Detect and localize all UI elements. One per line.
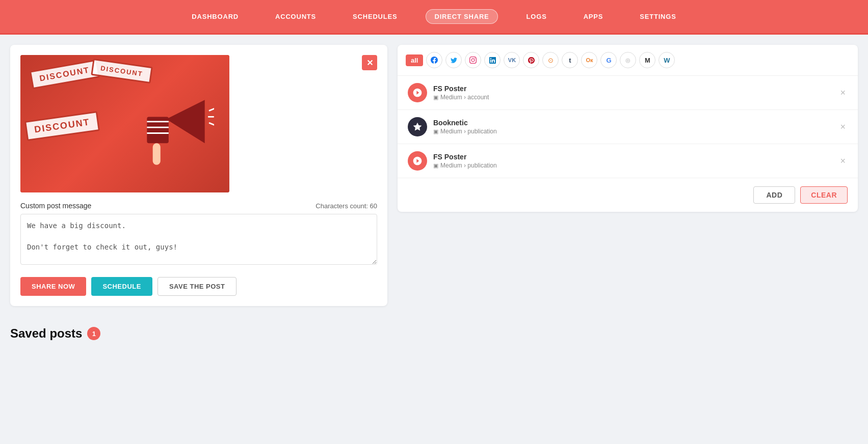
- account-name-fsposter-2: FS Poster: [433, 153, 838, 161]
- megaphone-icon: [148, 75, 214, 157]
- remove-account-fsposter-2[interactable]: ×: [838, 154, 848, 168]
- schedule-button[interactable]: SCHEDULE: [91, 277, 152, 296]
- main-content: ✕ DISCOUNT DISCOUNT DISCOUNT: [0, 35, 868, 316]
- avatar-fsposter-2: [408, 151, 427, 171]
- account-row-fsposter-2: FS Poster ▣ Medium › publication ×: [398, 144, 858, 178]
- account-info-fsposter-1: FS Poster ▣ Medium › account: [433, 85, 838, 101]
- post-image: DISCOUNT DISCOUNT DISCOUNT: [20, 55, 229, 192]
- svg-rect-1: [147, 117, 169, 143]
- avatar-fsposter-1: [408, 83, 427, 102]
- account-meta-booknetic: ▣ Medium › publication: [433, 128, 838, 135]
- tab-google[interactable]: G: [600, 52, 617, 68]
- tab-instagram[interactable]: [465, 52, 481, 68]
- stamp-discount-1: DISCOUNT: [30, 60, 100, 90]
- post-message-header: Custom post message Characters count: 60: [20, 202, 377, 210]
- close-button[interactable]: ✕: [362, 55, 377, 70]
- right-panel: all VK ⊙ t: [398, 45, 858, 212]
- tab-linkedin[interactable]: [484, 52, 501, 68]
- tab-wordpress[interactable]: W: [659, 52, 675, 68]
- post-textarea[interactable]: We have a big discount. Don't forget to …: [20, 214, 377, 265]
- remove-account-booknetic[interactable]: ×: [838, 120, 848, 133]
- stamp-discount-2: DISCOUNT: [91, 59, 152, 84]
- remove-account-fsposter-1[interactable]: ×: [838, 86, 848, 99]
- avatar-booknetic: [408, 117, 427, 136]
- tab-tumblr[interactable]: t: [562, 52, 578, 68]
- nav-logs[interactable]: LOGS: [518, 10, 555, 23]
- nav-apps[interactable]: APPS: [575, 10, 612, 23]
- account-info-booknetic: Booknetic ▣ Medium › publication: [433, 119, 838, 135]
- left-panel: ✕ DISCOUNT DISCOUNT DISCOUNT: [10, 45, 387, 306]
- char-count: Characters count: 60: [315, 202, 377, 210]
- medium-icon-2: ▣: [433, 128, 438, 135]
- svg-marker-0: [166, 100, 205, 143]
- medium-icon-3: ▣: [433, 162, 438, 169]
- tab-twitter[interactable]: [445, 52, 462, 68]
- social-tabs: all VK ⊙ t: [398, 45, 858, 76]
- account-name-fsposter-1: FS Poster: [433, 85, 838, 93]
- nav-direct-share[interactable]: DIRECT SHARE: [426, 9, 497, 24]
- saved-posts-badge: 1: [87, 327, 100, 340]
- add-button[interactable]: ADD: [753, 186, 795, 204]
- tab-circle[interactable]: ◎: [620, 52, 636, 68]
- account-info-fsposter-2: FS Poster ▣ Medium › publication: [433, 153, 838, 169]
- post-message-label-text: Custom post message: [20, 202, 91, 210]
- share-now-button[interactable]: SHARE NOW: [20, 277, 86, 296]
- account-row-fsposter-1: FS Poster ▣ Medium › account ×: [398, 76, 858, 110]
- navbar: DASHBOARD ACCOUNTS SCHEDULES DIRECT SHAR…: [0, 0, 868, 35]
- clear-button[interactable]: CLEAR: [800, 186, 848, 204]
- tab-all[interactable]: all: [406, 54, 423, 66]
- action-buttons: SHARE NOW SCHEDULE SAVE THE POST: [20, 277, 377, 296]
- medium-icon-1: ▣: [433, 94, 438, 101]
- nav-settings[interactable]: SETTINGS: [632, 10, 684, 23]
- tab-ok2[interactable]: ⊙: [542, 52, 559, 68]
- svg-rect-5: [153, 143, 161, 164]
- tab-ok[interactable]: Ок: [581, 52, 597, 68]
- nav-accounts[interactable]: ACCOUNTS: [267, 10, 324, 23]
- tab-pinterest[interactable]: [523, 52, 539, 68]
- account-meta-fsposter-2: ▣ Medium › publication: [433, 162, 838, 169]
- nav-schedules[interactable]: SCHEDULES: [345, 10, 405, 23]
- tab-facebook[interactable]: [426, 52, 442, 68]
- tab-vk[interactable]: VK: [504, 52, 520, 68]
- nav-dashboard[interactable]: DASHBOARD: [183, 10, 247, 23]
- account-row-booknetic: Booknetic ▣ Medium › publication ×: [398, 110, 858, 144]
- account-name-booknetic: Booknetic: [433, 119, 838, 127]
- tab-medium[interactable]: M: [639, 52, 655, 68]
- stamp-discount-3: DISCOUNT: [24, 111, 100, 141]
- saved-posts-title: Saved posts 1: [10, 326, 858, 341]
- saved-posts-section: Saved posts 1: [0, 316, 868, 351]
- save-post-button[interactable]: SAVE THE POST: [157, 277, 237, 296]
- bottom-actions: ADD CLEAR: [398, 178, 858, 212]
- svg-line-8: [209, 123, 214, 125]
- account-meta-fsposter-1: ▣ Medium › account: [433, 94, 838, 101]
- svg-line-7: [209, 108, 214, 110]
